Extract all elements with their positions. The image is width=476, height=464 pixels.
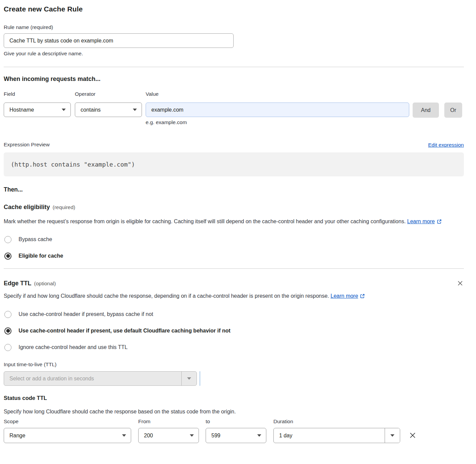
to-select[interactable]: 599 <box>206 428 266 443</box>
chevron-down-icon <box>62 109 66 111</box>
radio-icon[interactable] <box>4 253 11 260</box>
to-select-value: 599 <box>211 433 220 439</box>
chevron-down-icon <box>257 434 261 437</box>
edge-ttl-description-text: Specify if and how long Cloudflare shoul… <box>4 293 329 299</box>
radio-option-use-header-default[interactable]: Use cache-control header if present, use… <box>4 327 464 335</box>
radio-label: Use cache-control header if present, byp… <box>19 310 153 318</box>
external-link-icon <box>360 292 365 301</box>
and-button[interactable]: And <box>413 103 439 118</box>
scope-select[interactable]: Range <box>4 428 131 443</box>
chevron-down-icon <box>122 434 126 437</box>
operator-select[interactable]: contains <box>75 103 142 117</box>
cache-eligibility-title: Cache eligibility <box>4 204 50 210</box>
scope-column: Scope Range <box>4 418 131 443</box>
cache-eligibility-description: Mark whether the request’s response from… <box>4 216 455 227</box>
from-label: From <box>138 418 199 425</box>
radio-icon[interactable] <box>4 236 11 243</box>
adjacent-field-edge-divider <box>200 371 200 386</box>
ttl-input-row: Select or add a duration in seconds <box>4 371 464 386</box>
edge-ttl-section: Edge TTL(optional) Specify if and how lo… <box>4 280 464 386</box>
field-select-value: Hostname <box>9 107 34 113</box>
ttl-duration-select[interactable]: Select or add a duration in seconds <box>4 371 197 386</box>
status-code-ttl-section: Status code TTL Specify how long Cloudfl… <box>4 394 464 443</box>
duration-select-value: 1 day <box>274 428 385 443</box>
rule-name-help: Give your rule a descriptive name. <box>4 50 464 57</box>
radio-label: Eligible for cache <box>19 252 63 260</box>
rule-name-input[interactable] <box>4 33 234 48</box>
expression-preview-box: (http.host contains "example.com") <box>4 152 464 176</box>
field-column: Field Hostname <box>4 91 71 117</box>
field-label: Field <box>4 91 71 97</box>
status-code-ttl-row: Scope Range From 200 to 599 <box>4 418 464 443</box>
cache-eligibility-description-text: Mark whether the request’s response from… <box>4 219 406 224</box>
scope-label: Scope <box>4 418 131 425</box>
expression-code: (http.host contains "example.com") <box>11 161 135 168</box>
value-column: Value e.g. example.com <box>146 91 409 126</box>
value-label: Value <box>146 91 409 97</box>
ttl-duration-placeholder: Select or add a duration in seconds <box>4 372 181 385</box>
status-code-ttl-title: Status code TTL <box>4 395 47 401</box>
from-select[interactable]: 200 <box>138 428 199 443</box>
from-column: From 200 <box>138 418 199 443</box>
external-link-icon <box>437 217 442 227</box>
chevron-down-icon <box>385 428 400 443</box>
to-column: to 599 <box>206 418 266 443</box>
value-input[interactable] <box>146 103 409 117</box>
radio-icon[interactable] <box>4 311 11 318</box>
radio-option-use-header-bypass[interactable]: Use cache-control header if present, byp… <box>4 310 464 318</box>
radio-label: Bypass cache <box>19 235 52 243</box>
edge-ttl-description: Specify if and how long Cloudflare shoul… <box>4 291 455 301</box>
duration-select[interactable]: 1 day <box>273 428 400 443</box>
duration-label: Duration <box>273 418 400 425</box>
close-icon[interactable] <box>456 280 464 287</box>
ttl-input-label: Input time-to-live (TTL) <box>4 361 464 368</box>
radio-label: Use cache-control header if present, use… <box>19 327 231 335</box>
operator-column: Operator contains <box>75 91 142 117</box>
chevron-down-icon <box>181 372 197 385</box>
radio-icon[interactable] <box>4 327 11 335</box>
chevron-down-icon <box>190 434 194 437</box>
remove-row-icon[interactable] <box>408 431 417 440</box>
match-condition-row: Field Hostname Operator contains Value e… <box>4 91 464 126</box>
to-label: to <box>206 418 266 425</box>
chevron-down-icon <box>133 109 137 111</box>
cache-eligibility-section: Cache eligibility(required) Mark whether… <box>4 203 464 260</box>
status-code-ttl-description: Specify how long Cloudflare should cache… <box>4 408 455 415</box>
page-title: Create new Cache Rule <box>4 5 464 13</box>
match-section-heading: When incoming requests match... <box>4 75 464 83</box>
expression-preview-header: Expression Preview Edit expression <box>4 141 464 148</box>
section-divider <box>4 67 464 67</box>
learn-more-link[interactable]: Learn more <box>331 293 358 299</box>
expression-preview-label: Expression Preview <box>4 141 50 148</box>
operator-label: Operator <box>75 91 142 97</box>
section-divider <box>4 268 464 269</box>
value-help: e.g. example.com <box>146 119 409 126</box>
radio-option-ignore-header[interactable]: Ignore cache-control header and use this… <box>4 343 464 351</box>
scope-select-value: Range <box>9 433 25 439</box>
duration-column: Duration 1 day <box>273 418 400 443</box>
rule-name-label: Rule name (required) <box>4 24 464 31</box>
radio-option-bypass-cache[interactable]: Bypass cache <box>4 235 464 243</box>
or-button[interactable]: Or <box>444 103 462 118</box>
radio-option-eligible-for-cache[interactable]: Eligible for cache <box>4 252 464 260</box>
required-tag: (required) <box>53 204 75 210</box>
edit-expression-link[interactable]: Edit expression <box>428 142 464 148</box>
edge-ttl-header: Edge TTL(optional) <box>4 280 464 287</box>
learn-more-link[interactable]: Learn more <box>407 219 435 224</box>
operator-select-value: contains <box>81 107 101 113</box>
from-select-value: 200 <box>144 433 153 439</box>
field-select[interactable]: Hostname <box>4 103 71 117</box>
radio-label: Ignore cache-control header and use this… <box>19 343 127 351</box>
then-heading: Then... <box>4 186 464 193</box>
create-cache-rule-form: Create new Cache Rule Rule name (require… <box>0 0 476 451</box>
radio-icon[interactable] <box>4 344 11 351</box>
edge-ttl-title: Edge TTL <box>4 280 31 287</box>
optional-tag: (optional) <box>34 281 56 286</box>
